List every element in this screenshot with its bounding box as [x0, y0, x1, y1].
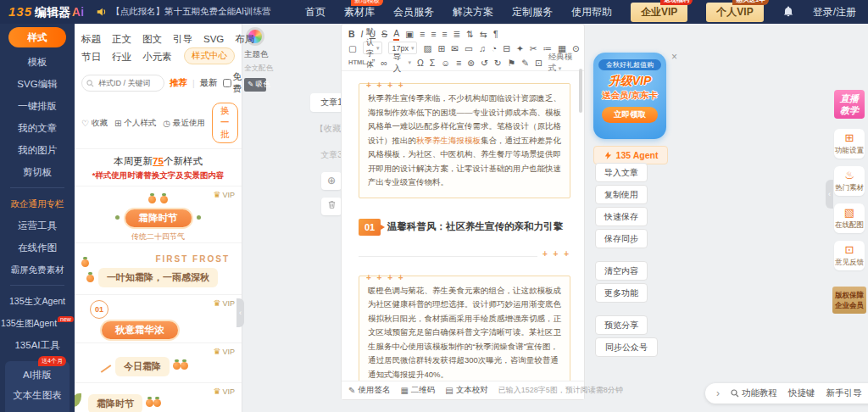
- style-card[interactable]: ♛VIP 霜降时节: [75, 382, 242, 412]
- sync-wechat-button[interactable]: 同步公众号: [595, 337, 658, 357]
- color-picker-button[interactable]: ✎ 吸色: [244, 78, 266, 92]
- filter-newest[interactable]: 最新: [200, 77, 218, 89]
- login-register-link[interactable]: 登录/注册: [813, 5, 856, 19]
- sidebar-item-ai-tools[interactable]: 135AI工具: [0, 334, 75, 356]
- sidebar-item-ops-tools[interactable]: 运营工具: [0, 214, 75, 237]
- tab-guide[interactable]: 引导: [173, 31, 192, 48]
- more-features-button[interactable]: 更多功能: [595, 283, 648, 303]
- classic-mode-select[interactable]: 经典模式 ▾: [548, 52, 579, 74]
- flag-icon[interactable]: ⚑: [508, 57, 515, 69]
- insert-chart-icon[interactable]: ◔: [492, 42, 497, 54]
- menu-list-icon[interactable]: ≡: [456, 57, 461, 69]
- link-icon[interactable]: ∞: [381, 57, 387, 69]
- insert-video-icon[interactable]: ▭: [465, 42, 473, 54]
- clear-content-button[interactable]: 清空内容: [595, 261, 648, 281]
- sidebar-item-text-to-chart[interactable]: 文本生图表: [5, 385, 70, 405]
- proofread-button[interactable]: ▤文本校对: [445, 385, 487, 396]
- refresh-batch-button[interactable]: 换一批: [212, 103, 238, 143]
- indent-icon[interactable]: ⇆: [480, 28, 487, 40]
- feature-tutorial-button[interactable]: 功能教程: [731, 387, 777, 399]
- align-right-icon[interactable]: ≡: [442, 28, 447, 40]
- style-card[interactable]: ♛VIP 今日霜降: [75, 342, 242, 382]
- personal-styles-button[interactable]: ⊞个人样式: [114, 118, 156, 129]
- bold-icon[interactable]: B: [348, 28, 355, 40]
- sidebar-item-clipboard[interactable]: 剪切板: [0, 161, 75, 183]
- html-mode-button[interactable]: HTML: [348, 57, 366, 69]
- nav-help[interactable]: 使用帮助: [571, 5, 612, 19]
- line-height-icon[interactable]: ⇅: [466, 28, 474, 40]
- nav-custom-service[interactable]: 定制服务: [512, 5, 553, 19]
- theme-color-label[interactable]: 主题色: [244, 49, 266, 60]
- tab-image-text[interactable]: 图文: [142, 31, 162, 48]
- collapse-chevron-icon[interactable]: ›: [716, 387, 720, 399]
- editor-scrollbar[interactable]: [579, 69, 582, 113]
- tab-small-elements[interactable]: 小元素: [142, 48, 172, 66]
- sidebar-item-image-agent[interactable]: 135生图Agentnew: [0, 312, 75, 334]
- personal-vip-button[interactable]: 惠买送1年 个人VIP: [706, 3, 763, 22]
- align-justify-icon[interactable]: ≣: [453, 28, 460, 40]
- sidebar-item-templates[interactable]: 模板: [0, 51, 75, 73]
- tab-industry[interactable]: 行业: [112, 48, 131, 66]
- nav-home[interactable]: 首页: [305, 5, 326, 19]
- announcement-link[interactable]: 【点此报名】第十五期免费全能AI训练营: [96, 6, 270, 18]
- insert-letter-icon[interactable]: ✉: [451, 42, 459, 54]
- filter-recommend[interactable]: 推荐: [170, 77, 187, 89]
- preview-share-button[interactable]: 预览分享: [595, 315, 648, 335]
- nav-membership[interactable]: 会员服务: [393, 5, 434, 19]
- sidebar-item-ai-layout[interactable]: AI排版: [5, 365, 70, 385]
- tab-body[interactable]: 正文: [112, 31, 131, 48]
- align-center-icon[interactable]: ≡: [431, 28, 436, 40]
- style-card[interactable]: FIRST FROST 一叶知霜降，一雨感深秋: [75, 242, 242, 294]
- emoji-icon[interactable]: ☺: [441, 57, 450, 69]
- import-article-button[interactable]: 导入文章: [595, 163, 648, 182]
- sidebar-item-aippt[interactable]: AIPPT: [5, 405, 70, 412]
- qr-code-button[interactable]: ▦二维码: [400, 385, 435, 396]
- cut-icon[interactable]: ✂: [530, 42, 537, 54]
- sidebar-item-my-images[interactable]: 我的图片: [0, 139, 75, 161]
- enterprise-vip-button[interactable]: 返现福利 企业VIP: [631, 3, 687, 22]
- promo-close-icon[interactable]: ×: [671, 51, 677, 63]
- font-family-select[interactable]: 默认字体▾: [363, 42, 383, 54]
- sidebar-item-online-drawing[interactable]: 在线作图: [0, 237, 75, 259]
- filter-free[interactable]: 免费: [223, 71, 242, 95]
- sigma-icon[interactable]: Σ: [430, 57, 436, 69]
- rail-hot-materials[interactable]: ♨ 热门素材: [834, 166, 865, 196]
- insert-table-icon[interactable]: ⊞: [437, 42, 445, 54]
- rail-feature-settings[interactable]: ⊞ 功能设置: [834, 129, 865, 159]
- insert-image-icon[interactable]: ▨: [423, 42, 431, 54]
- sidebar-item-one-click-layout[interactable]: 一键排版: [0, 95, 75, 117]
- template-link[interactable]: 秋季养生海报模板: [416, 136, 481, 145]
- tab-layout[interactable]: 布局: [235, 31, 254, 48]
- sidebar-item-svg-edit[interactable]: SVG编辑: [0, 73, 75, 95]
- strikethrough-icon[interactable]: S: [381, 28, 387, 40]
- use-signature-button[interactable]: ✎使用签名: [348, 385, 390, 396]
- rail-online-images[interactable]: ▧ 在线配图: [834, 203, 865, 233]
- nav-materials[interactable]: 新增模板 素材库: [344, 5, 375, 19]
- sign-pen-icon[interactable]: ✎: [521, 57, 529, 69]
- circle-eq-icon[interactable]: ⊜: [467, 57, 475, 69]
- redo-icon[interactable]: ↻: [494, 57, 502, 69]
- quick-save-button[interactable]: 快速保存: [595, 207, 648, 226]
- agent-button[interactable]: 135 Agent: [593, 146, 668, 164]
- shortcut-keys-button[interactable]: 快捷键: [788, 387, 815, 399]
- new-doc-icon[interactable]: ▢: [348, 42, 357, 54]
- align-left-icon[interactable]: ≡: [420, 28, 425, 40]
- save-sync-button[interactable]: 保存同步: [595, 229, 648, 248]
- rail-feedback[interactable]: ⊡ 意见反馈: [834, 241, 865, 270]
- editor-content[interactable]: + + + + 秋季养生宣传季来临，不少机构却面临设计资源匮乏、海报制作效率低下…: [342, 71, 584, 390]
- app-logo[interactable]: 135 编辑器 Ai: [8, 4, 84, 20]
- sidebar-item-text-agent[interactable]: 135生文Agent: [0, 290, 75, 312]
- bg-color-icon[interactable]: ▣: [405, 28, 414, 40]
- sidebar-item-gov-column[interactable]: 政企通用专栏: [0, 192, 75, 214]
- insert-music-icon[interactable]: ♫: [479, 42, 486, 54]
- add-document-button[interactable]: ⊕: [321, 172, 342, 190]
- style-search-input[interactable]: [97, 78, 159, 88]
- paragraph-icon[interactable]: ¶: [493, 28, 498, 40]
- bell-icon[interactable]: [782, 6, 794, 18]
- tab-festival[interactable]: 节日: [81, 48, 101, 66]
- undo-icon[interactable]: ↺: [481, 57, 488, 69]
- omega-icon[interactable]: Ω: [417, 57, 424, 69]
- style-center-button[interactable]: 样式中心: [184, 47, 235, 64]
- right-rail-collapse-handle[interactable]: ‹: [826, 180, 833, 209]
- vip-promo-badge[interactable]: 金秋好礼超值购 升级VIP 送会员/京东卡 立即领取: [593, 53, 666, 139]
